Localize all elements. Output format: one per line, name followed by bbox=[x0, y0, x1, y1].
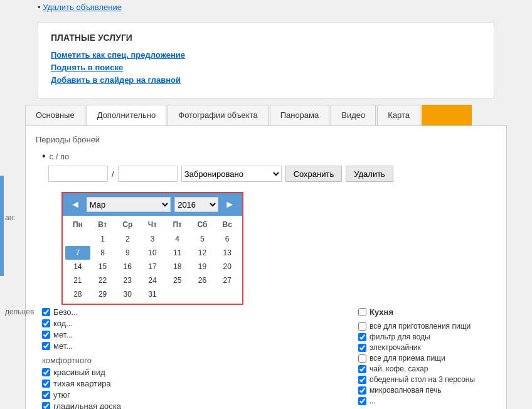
feature-row-bezopasnost: Безо... bbox=[42, 307, 346, 317]
tab-extra[interactable] bbox=[422, 105, 472, 125]
feature-checkbox-board[interactable] bbox=[42, 402, 50, 409]
section-title-booking: Периоды броней bbox=[36, 135, 496, 144]
tab-osnovnye[interactable]: Основные bbox=[25, 105, 85, 125]
kitchen-item-2: фильтр для воды bbox=[358, 332, 496, 341]
cal-day-4[interactable]: 4 bbox=[165, 232, 190, 246]
cal-day-31[interactable]: 31 bbox=[140, 287, 165, 301]
cal-day-23[interactable]: 23 bbox=[115, 274, 140, 287]
cal-day-8[interactable]: 8 bbox=[90, 246, 115, 260]
weekday-fri: Пт bbox=[165, 218, 190, 231]
calendar-next-button[interactable]: ► bbox=[222, 199, 237, 210]
cal-day-17[interactable]: 17 bbox=[140, 260, 165, 274]
cal-day-28[interactable]: 28 bbox=[65, 287, 90, 301]
kitchen-checkbox-7[interactable] bbox=[358, 386, 366, 395]
cal-day-18[interactable]: 18 bbox=[165, 260, 190, 274]
kitchen-checkbox-3[interactable] bbox=[358, 344, 366, 352]
kitchen-main-checkbox[interactable] bbox=[358, 308, 366, 316]
side-label-an: ан: bbox=[5, 213, 16, 222]
cal-day-10[interactable]: 10 bbox=[140, 246, 165, 260]
feature-row-kod: код... bbox=[42, 319, 346, 328]
feature-label-view: красивый вид bbox=[53, 368, 105, 377]
cal-day-7[interactable]: 7 bbox=[65, 246, 90, 260]
kitchen-checkbox-8[interactable] bbox=[358, 397, 366, 405]
feature-checkbox-met2[interactable] bbox=[42, 342, 50, 350]
kitchen-label-2: фильтр для воды bbox=[370, 332, 430, 341]
feature-checkbox-iron[interactable] bbox=[42, 391, 50, 399]
delete-button[interactable]: Удалить bbox=[346, 166, 393, 182]
date-to-input[interactable] bbox=[118, 166, 178, 182]
delete-listing-link[interactable]: Удалить объявление bbox=[43, 3, 122, 12]
paid-services-title: ПЛАТНЫЕ УСЛУГИ bbox=[51, 33, 481, 43]
kitchen-label-7: микроволновая печь bbox=[370, 386, 442, 395]
kitchen-item-8: ... bbox=[358, 396, 496, 405]
kitchen-label-8: ... bbox=[370, 396, 376, 405]
feature-label-board: гладильная доска bbox=[53, 401, 121, 409]
feature-row-met1: мет... bbox=[42, 330, 346, 339]
cal-day-empty-1 bbox=[65, 232, 90, 246]
cal-day-16[interactable]: 16 bbox=[115, 260, 140, 274]
paid-service-link-1[interactable]: Пометить как спец. предложение bbox=[51, 50, 481, 60]
tab-fotografii[interactable]: Фотографии объекта bbox=[168, 105, 268, 125]
cal-day-2[interactable]: 2 bbox=[115, 232, 140, 246]
kitchen-checkbox-6[interactable] bbox=[358, 376, 366, 384]
weekday-thu: Чт bbox=[140, 218, 165, 231]
date-range-label: с / по bbox=[50, 152, 70, 161]
paid-service-link-3[interactable]: Добавить в слайдер на главной bbox=[51, 75, 481, 85]
cal-day-19[interactable]: 19 bbox=[190, 260, 215, 274]
kitchen-title-row: Кухня bbox=[358, 307, 496, 317]
tab-panorama[interactable]: Панорама bbox=[270, 105, 330, 125]
delete-link-area: Удалить объявление bbox=[0, 0, 532, 17]
cal-day-20[interactable]: 20 bbox=[215, 260, 240, 274]
kitchen-checkbox-4[interactable] bbox=[358, 354, 366, 363]
tab-video[interactable]: Видео bbox=[331, 105, 376, 125]
cal-day-9[interactable]: 9 bbox=[115, 246, 140, 260]
cal-day-3[interactable]: 3 bbox=[140, 232, 165, 246]
kitchen-checkbox-2[interactable] bbox=[358, 333, 366, 341]
feature-checkbox-quiet[interactable] bbox=[42, 380, 50, 388]
date-from-input[interactable] bbox=[48, 166, 108, 182]
feature-checkbox-bezopasnost[interactable] bbox=[42, 308, 50, 316]
kitchen-label-6: обеденный стол на 3 персоны bbox=[370, 375, 475, 384]
feature-label-met2: мет... bbox=[53, 341, 73, 351]
kitchen-item-7: микроволновая печь bbox=[358, 386, 496, 395]
kitchen-label-3: электрочайник bbox=[370, 343, 421, 352]
save-button[interactable]: Сохранить bbox=[285, 166, 343, 182]
cal-day-14[interactable]: 14 bbox=[65, 260, 90, 274]
cal-day-27[interactable]: 27 bbox=[215, 274, 240, 287]
cal-day-12[interactable]: 12 bbox=[190, 246, 215, 260]
feature-label-kod: код... bbox=[53, 319, 73, 328]
calendar-year-select[interactable]: 201420152016 20172018 bbox=[174, 197, 218, 212]
feature-row-view: красивый вид bbox=[42, 368, 346, 377]
cal-day-24[interactable]: 24 bbox=[140, 274, 165, 287]
cal-day-5[interactable]: 5 bbox=[190, 232, 215, 246]
calendar-prev-button[interactable]: ◄ bbox=[68, 199, 83, 210]
paid-service-link-2[interactable]: Поднять в поиске bbox=[51, 63, 481, 72]
cal-day-21[interactable]: 21 bbox=[65, 274, 90, 287]
cal-day-13[interactable]: 13 bbox=[215, 246, 240, 260]
feature-row-met2: мет... bbox=[42, 341, 346, 351]
cal-day-11[interactable]: 11 bbox=[165, 246, 190, 260]
feature-checkbox-view[interactable] bbox=[42, 368, 50, 376]
tab-dopolnitelno[interactable]: Дополнительно bbox=[87, 105, 167, 125]
cal-day-26[interactable]: 26 bbox=[190, 274, 215, 287]
weekday-sun: Вс bbox=[215, 218, 240, 231]
kitchen-checkbox-5[interactable] bbox=[358, 365, 366, 373]
weekday-tue: Вт bbox=[90, 218, 115, 231]
feature-checkbox-kod[interactable] bbox=[42, 319, 50, 327]
kitchen-checkbox-1[interactable] bbox=[358, 322, 366, 331]
cal-day-6[interactable]: 6 bbox=[215, 232, 240, 246]
cal-day-22[interactable]: 22 bbox=[90, 274, 115, 287]
kitchen-label-5: чай, кофе, сахар bbox=[370, 364, 428, 373]
cal-day-29[interactable]: 29 bbox=[90, 287, 115, 301]
cal-day-30[interactable]: 30 bbox=[115, 287, 140, 301]
calendar-month-select[interactable]: ЯнвФевМар АпрМайИюн ИюлАвгСен ОктНояДек bbox=[87, 197, 171, 212]
status-select[interactable]: Забронировано Свободно Занято bbox=[181, 166, 282, 182]
cal-day-empty-4 bbox=[215, 287, 240, 301]
cal-day-1[interactable]: 1 bbox=[90, 232, 115, 246]
calendar-grid: Пн Вт Ср Чт Пт Сб Вс 1 2 3 4 5 6 bbox=[63, 216, 242, 304]
cal-day-25[interactable]: 25 bbox=[165, 274, 190, 287]
kitchen-title: Кухня bbox=[370, 307, 393, 317]
feature-checkbox-met1[interactable] bbox=[42, 331, 50, 339]
tab-karta[interactable]: Карта bbox=[377, 105, 420, 125]
cal-day-15[interactable]: 15 bbox=[90, 260, 115, 274]
